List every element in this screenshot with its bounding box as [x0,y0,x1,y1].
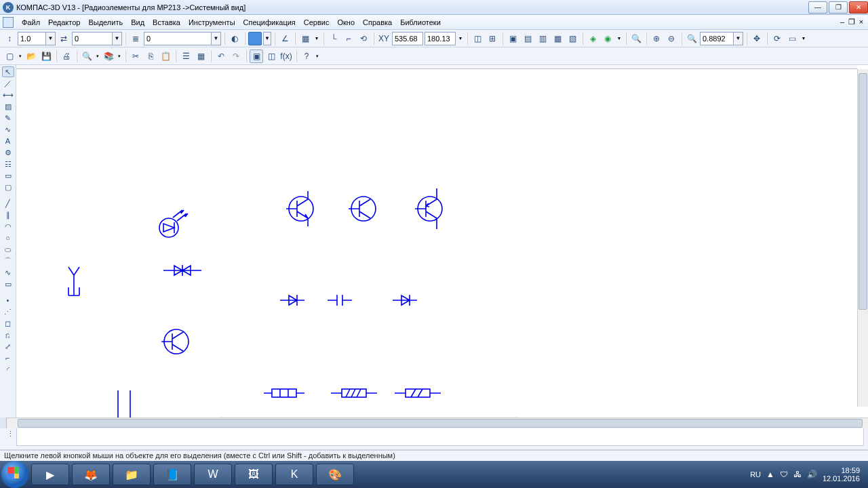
coord-dropdown-icon[interactable]: ▾ [457,32,464,45]
zoom-fit-icon[interactable]: 🔍 [629,32,643,45]
step-input[interactable] [72,32,113,45]
props-icon[interactable]: ☰ [179,49,193,63]
perp-icon[interactable]: ⌐ [342,32,355,45]
open-icon[interactable]: 📂 [24,49,38,63]
new-dropdown-icon[interactable]: ▾ [18,49,23,63]
tool-edit-icon[interactable]: ✎ [2,113,14,123]
zoom-out-icon[interactable]: ⊖ [665,32,678,45]
menu-service[interactable]: Сервис [300,17,334,28]
maximize-button[interactable]: ❐ [829,1,848,14]
menu-libs[interactable]: Библиотеки [396,17,445,28]
tool-spec-icon[interactable]: ☷ [2,159,14,169]
task-paint-icon[interactable]: 🎨 [316,464,354,485]
mdi-close-button[interactable]: × [857,18,865,26]
green-cube-b-icon[interactable]: ◉ [601,32,614,45]
menu-view[interactable]: Вид [127,17,149,28]
pan-icon[interactable]: ✥ [750,32,764,45]
preview-dropdown-icon[interactable]: ▾ [95,49,100,63]
menu-help[interactable]: Справка [359,17,396,28]
menu-window[interactable]: Окно [333,17,359,28]
help-cursor-icon[interactable]: ? [300,49,313,63]
grid-icon[interactable]: ▦ [298,32,312,45]
view-a-icon[interactable]: ▣ [506,32,519,45]
layer-input[interactable] [144,32,212,45]
green-cube-a-icon[interactable]: ◈ [586,32,599,45]
preview-icon[interactable]: 🔍 [80,49,94,63]
tool-spline-icon[interactable]: ∿ [2,267,14,278]
view-c-icon[interactable]: ▥ [536,32,549,45]
task-explorer-icon[interactable]: 📁 [113,464,151,485]
mdi-minimize-button[interactable]: – [838,18,846,26]
tray-language[interactable]: RU [750,470,761,479]
tool-parallel-icon[interactable]: ∥ [2,209,14,220]
minimize-button[interactable]: — [808,1,827,14]
ortho-icon[interactable]: └ [327,32,340,45]
scale-dropdown-icon[interactable]: ▼ [46,32,56,45]
menu-insert[interactable]: Вставка [149,17,184,28]
menu-file[interactable]: Файл [18,17,44,28]
tool-seg-icon[interactable]: ╱ [2,198,14,209]
tree-icon[interactable]: ⊞ [486,32,499,45]
coord-y-input[interactable] [425,32,456,45]
tool-pt-icon[interactable]: • [2,295,14,306]
tool-text-icon[interactable]: A [2,136,14,146]
style-icon[interactable]: ◐ [228,32,241,45]
tray-clock[interactable]: 18:59 12.01.2016 [823,466,860,483]
undo-icon[interactable]: ↶ [214,49,228,63]
task-mediaplayer-icon[interactable]: ▶ [31,464,69,485]
view-e-icon[interactable]: ▧ [566,32,579,45]
zoom-dropdown-icon[interactable]: ▼ [734,32,743,45]
table-icon[interactable]: ▦ [194,49,208,63]
scrollbar-vertical[interactable] [857,69,868,407]
menu-tools[interactable]: Инструменты [184,17,239,28]
tool-circle-icon[interactable]: ○ [2,232,14,243]
tool-multi-icon[interactable]: ⎌ [2,329,14,340]
tray-volume-icon[interactable]: 🔊 [807,470,817,479]
layers-icon[interactable]: ≣ [129,32,142,45]
tool-arc2-icon[interactable]: ⌒ [2,256,14,266]
tool-arc-icon[interactable]: ◠ [2,221,14,232]
cut-icon[interactable]: ✂ [129,49,142,63]
tool-contour-icon[interactable]: ◻ [2,318,14,329]
tool-break-icon[interactable]: ⤢ [2,341,14,352]
tool-line-icon[interactable]: ／ [2,78,14,89]
close-button[interactable]: ✕ [849,1,868,14]
layer-dropdown-icon[interactable]: ▼ [212,32,221,45]
tool-cham-icon[interactable]: ⌐ [2,352,14,363]
tool-select-icon[interactable]: ↖ [2,66,14,77]
tool-aux-icon[interactable]: ⋰ [2,306,14,317]
view-d-icon[interactable]: ▦ [551,32,564,45]
menu-editor[interactable]: Редактор [44,17,84,28]
redo-icon[interactable]: ↷ [229,49,243,63]
task-app-a-icon[interactable]: 📘 [153,464,191,485]
task-gallery-icon[interactable]: 🖼 [235,464,273,485]
tool-fillet-icon[interactable]: ◜ [2,364,14,375]
frame-icon[interactable]: ▭ [785,32,799,45]
task-kompas-icon[interactable]: K [275,464,313,485]
snap-icon[interactable]: ↕ [3,32,16,45]
step-dropdown-icon[interactable]: ▼ [113,32,122,45]
scroll-tab-icon[interactable] [0,418,7,428]
tool-frame-icon[interactable]: ▢ [2,182,14,192]
tail-dropdown-icon[interactable]: ▾ [800,32,807,45]
scrollbar-horizontal[interactable] [7,418,868,428]
scale-input[interactable] [18,32,46,45]
document-icon[interactable] [3,17,14,28]
mgr-a-icon[interactable]: ▣ [250,49,263,63]
redraw-icon[interactable]: ⟳ [770,32,784,45]
view-b-icon[interactable]: ▤ [521,32,534,45]
coord-toggle-icon[interactable]: XY [377,32,391,45]
grid-dropdown-icon[interactable]: ▾ [313,32,320,45]
tool-dims-icon[interactable]: ⟷ [2,89,14,100]
paste-icon[interactable]: 📋 [159,49,172,63]
zoom-sel-icon[interactable]: 🔍 [685,32,698,45]
mgr-b-icon[interactable]: ◫ [264,49,278,63]
tool-ellipse-icon[interactable]: ⬭ [2,244,14,255]
task-firefox-icon[interactable]: 🦊 [72,464,110,485]
save-icon[interactable]: 💾 [39,49,53,63]
drawing-canvas[interactable] [16,65,868,418]
tool-curves-icon[interactable]: ∿ [2,124,14,135]
fx-icon[interactable]: f(x) [279,49,293,63]
angle-icon[interactable]: ∠ [278,32,292,45]
tray-network-icon[interactable]: 🖧 [793,470,802,479]
